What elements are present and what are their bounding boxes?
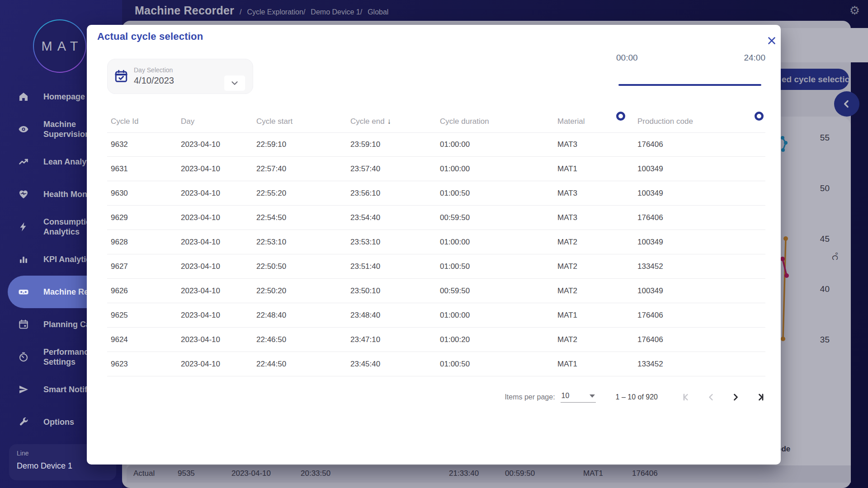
last-page-button[interactable]: [755, 392, 765, 403]
table-cell: 9628: [107, 238, 177, 247]
column-header-material[interactable]: Material: [554, 117, 634, 126]
table-cell: 01:00:20: [436, 335, 554, 344]
table-cell: 23:47:10: [347, 335, 436, 344]
next-page-button[interactable]: [730, 392, 741, 403]
table-cell: 9629: [107, 213, 177, 222]
column-header-label: Cycle end: [350, 117, 385, 126]
day-selection-value: 4/10/2023: [134, 75, 174, 86]
slider-start-label: 00:00: [616, 53, 638, 63]
table-cell: 23:59:10: [347, 140, 436, 149]
send-icon: [18, 384, 29, 395]
table-row[interactable]: 96242023-04-1022:46:5023:47:1001:00:20MA…: [107, 328, 765, 352]
table-row[interactable]: 96292023-04-1022:54:5023:54:4000:59:50MA…: [107, 206, 765, 230]
table-cell: 01:00:50: [436, 189, 554, 198]
close-icon[interactable]: [764, 33, 779, 48]
table-row[interactable]: 96322023-04-1022:59:1023:59:1001:00:00MA…: [107, 132, 765, 157]
pager: [681, 392, 765, 403]
first-page-icon: [681, 392, 692, 403]
device-card-value: Demo Device 1: [17, 461, 72, 471]
first-page-button[interactable]: [681, 392, 692, 403]
table-cell: 133452: [634, 360, 765, 369]
table-cell: 22:50:50: [253, 262, 347, 271]
chevron-down-icon: [230, 78, 240, 88]
trend-icon: [18, 156, 29, 167]
column-header-cycle-end[interactable]: Cycle end↓: [347, 117, 436, 126]
logo-text: MAT: [34, 20, 85, 72]
gauge-icon: [18, 352, 29, 362]
table-row[interactable]: 96302023-04-1022:55:2023:56:1001:00:50MA…: [107, 181, 765, 206]
actual-cycle-selection-modal: Actual cycle selection Day Selection 4/1…: [87, 25, 781, 465]
device-card-label: Line: [17, 450, 28, 457]
table-cell: MAT1: [554, 360, 634, 369]
table-row[interactable]: 96262023-04-1022:50:2023:50:1000:59:50MA…: [107, 279, 765, 303]
caret-down-icon: [590, 394, 595, 398]
table-cell: 100349: [634, 238, 765, 247]
sort-desc-icon: ↓: [387, 117, 392, 126]
table-cell: 176406: [634, 140, 765, 149]
table-cell: 2023-04-10: [177, 286, 253, 296]
app-root: ection ed cycle selection 5550454035 °C …: [0, 0, 868, 488]
table-row[interactable]: 96272023-04-1022:50:5023:51:4001:00:50MA…: [107, 254, 765, 279]
table-cell: 22:55:20: [253, 189, 347, 198]
column-header-label: Cycle duration: [440, 117, 489, 126]
column-header-day[interactable]: Day: [177, 117, 253, 126]
table-cell: 9624: [107, 335, 177, 344]
table-row[interactable]: 96282023-04-1022:53:1023:53:1001:00:00MA…: [107, 230, 765, 254]
day-selection-label: Day Selection: [134, 66, 173, 74]
table-cell: 2023-04-10: [177, 140, 253, 149]
table-cell: 22:53:10: [253, 238, 347, 247]
table-cell: 22:50:20: [253, 286, 347, 296]
chevron-left-icon: [706, 392, 717, 403]
table-cell: MAT3: [554, 213, 634, 222]
table-cell: 01:00:50: [436, 360, 554, 369]
table-cell: 00:59:50: [436, 213, 554, 222]
chevron-right-icon: [730, 392, 741, 403]
table-cell: MAT2: [554, 335, 634, 344]
table-cell: 22:54:50: [253, 213, 347, 222]
table-cell: 23:54:40: [347, 213, 436, 222]
items-per-page-select[interactable]: 10: [561, 392, 596, 403]
previous-page-button[interactable]: [706, 392, 717, 403]
eye-icon: [18, 124, 29, 135]
table-cell: 9623: [107, 360, 177, 369]
column-header-label: Cycle start: [256, 117, 292, 126]
wrench-icon: [18, 417, 29, 427]
table-cell: 133452: [634, 262, 765, 271]
table-cell: 176406: [634, 311, 765, 320]
time-range-slider: 00:00 24:00: [616, 53, 765, 89]
day-selection-chevron[interactable]: [224, 75, 245, 91]
column-header-production-code[interactable]: Production code: [634, 117, 765, 126]
table-cell: 176406: [634, 213, 765, 222]
column-header-cycle-start[interactable]: Cycle start: [253, 117, 347, 126]
column-header-cycle-id[interactable]: Cycle Id: [107, 117, 177, 126]
table-cell: 100349: [634, 164, 765, 174]
table-row[interactable]: 96312023-04-1022:57:4023:57:4001:00:00MA…: [107, 157, 765, 181]
sidebar-item-label: Options: [43, 417, 74, 427]
table-cell: 23:50:10: [347, 286, 436, 296]
table-cell: 22:59:10: [253, 140, 347, 149]
table-cell: 9631: [107, 164, 177, 174]
table-cell: MAT1: [554, 311, 634, 320]
table-body: 96322023-04-1022:59:1023:59:1001:00:00MA…: [107, 132, 765, 376]
heart-icon: [18, 189, 29, 200]
column-header-cycle-duration[interactable]: Cycle duration: [436, 117, 554, 126]
table-cell: 01:00:00: [436, 238, 554, 247]
items-per-page-value: 10: [561, 392, 570, 400]
calendar-check-icon: [114, 69, 128, 84]
table-row[interactable]: 96232023-04-1022:44:5023:45:4001:00:50MA…: [107, 352, 765, 376]
table-header-row: Cycle IdDayCycle startCycle end↓Cycle du…: [107, 111, 765, 132]
day-selection-field[interactable]: Day Selection 4/10/2023: [107, 59, 253, 94]
home-icon: [18, 91, 29, 102]
cycles-table: Cycle IdDayCycle startCycle end↓Cycle du…: [107, 111, 765, 376]
table-pagination: Items per page: 10 1 – 10 of 920: [505, 385, 765, 409]
table-cell: 100349: [634, 189, 765, 198]
table-cell: 2023-04-10: [177, 360, 253, 369]
table-cell: 9632: [107, 140, 177, 149]
table-cell: 22:46:50: [253, 335, 347, 344]
table-cell: 22:48:40: [253, 311, 347, 320]
logo: MAT: [33, 19, 86, 73]
table-row[interactable]: 96252023-04-1022:48:4023:48:4001:00:00MA…: [107, 303, 765, 328]
slider-track[interactable]: [618, 84, 761, 86]
modal-title: Actual cycle selection: [97, 31, 203, 42]
table-cell: 23:53:10: [347, 238, 436, 247]
